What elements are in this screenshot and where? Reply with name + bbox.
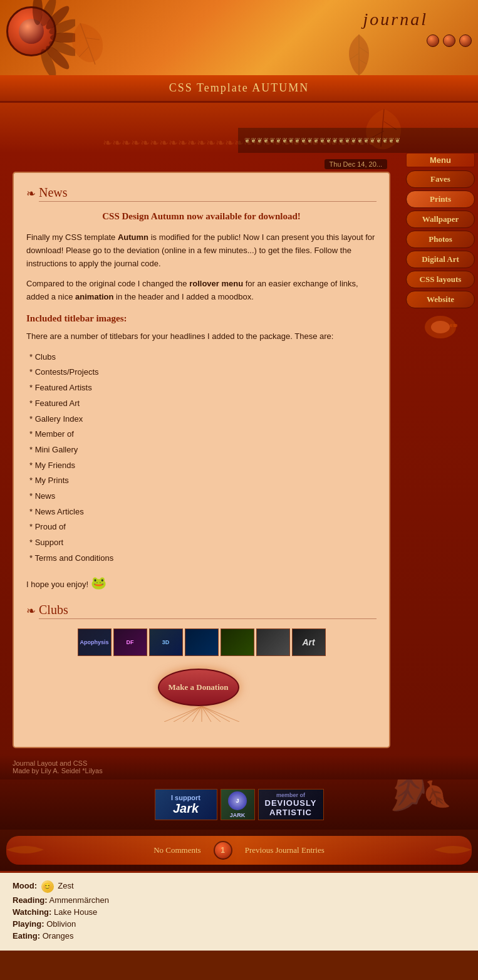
header-dot-1 bbox=[427, 34, 439, 47]
news-body-2-bold2: animation bbox=[75, 292, 113, 301]
badge-da-content: member of DEVIOUSLY ARTISTIC bbox=[265, 792, 317, 817]
list-item: * Mini Gallery bbox=[29, 442, 377, 458]
list-item: * Support bbox=[29, 535, 377, 551]
reading-label: Reading: bbox=[13, 895, 48, 905]
news-headline: CSS Design Autumn now available for down… bbox=[26, 211, 377, 222]
clubs-ornament: ❧ bbox=[26, 604, 36, 618]
navigation: Menu Faves Prints Wallpaper Photos Digit… bbox=[406, 153, 475, 345]
list-item: * Contests/Projects bbox=[29, 365, 377, 380]
mood-icon: 😊 bbox=[41, 880, 54, 893]
news-body-1-text: Finally my CSS template bbox=[26, 232, 118, 242]
header-dots bbox=[427, 34, 472, 47]
news-ornament: ❧ bbox=[26, 187, 36, 201]
footer-badges: 🍂 I support Jark J JARK member of DEVIOU… bbox=[0, 779, 478, 830]
nav-decoration bbox=[406, 311, 475, 345]
donate-area: Make a Donation bbox=[26, 669, 377, 722]
header-dot-3 bbox=[459, 34, 472, 47]
news-body-1: Finally my CSS template Autumn is modifi… bbox=[26, 231, 377, 270]
club-item-3[interactable]: 3D bbox=[149, 628, 183, 656]
svg-line-24 bbox=[174, 706, 202, 722]
eating-value-text: Oranges bbox=[43, 931, 74, 941]
list-item: * News bbox=[29, 489, 377, 504]
moodbox: Mood: 😊 Zest Reading: Ammenmärchen Watch… bbox=[0, 871, 478, 951]
list-item: * Member of bbox=[29, 427, 377, 442]
clubs-title-text: Clubs bbox=[39, 603, 377, 619]
news-body-2-end: in the header and I added a moodbox. bbox=[113, 292, 253, 301]
enjoy-text: I hope you enjoy! bbox=[26, 580, 88, 589]
badge-jark[interactable]: I support Jark bbox=[155, 789, 217, 820]
titlebar-list: * Clubs* Contests/Projects* Featured Art… bbox=[29, 350, 377, 566]
bottom-nav-center[interactable]: 1 bbox=[214, 841, 232, 860]
club-item-6[interactable] bbox=[256, 628, 290, 656]
news-title-text: News bbox=[39, 185, 377, 202]
club-item-7[interactable]: Art bbox=[292, 628, 326, 656]
frog-emoji: 🐸 bbox=[91, 576, 107, 590]
list-item: * News Articles bbox=[29, 504, 377, 520]
date-bar: Thu Dec 14, 20... bbox=[13, 159, 387, 169]
club-item-5[interactable] bbox=[221, 628, 254, 656]
nav-btn-website[interactable]: Website bbox=[406, 291, 475, 308]
nav-btn-faves[interactable]: Faves bbox=[406, 170, 475, 188]
header-dot-2 bbox=[443, 34, 455, 47]
donate-button[interactable]: Make a Donation bbox=[158, 669, 246, 722]
playing-value: Oblivion bbox=[46, 919, 76, 929]
club-label-7: Art bbox=[302, 637, 314, 647]
bottom-nav-right[interactable]: Previous Journal Entries bbox=[232, 845, 337, 855]
list-item: * Proud of bbox=[29, 519, 377, 535]
eating-label: Eating: bbox=[13, 931, 40, 941]
titlebar-section: Included titlebar images: There are a nu… bbox=[26, 313, 377, 566]
nav-btn-css-layouts[interactable]: CSS layouts bbox=[406, 271, 475, 288]
nav-btn-photos[interactable]: Photos bbox=[406, 231, 475, 248]
nav-btn-prints[interactable]: Prints bbox=[406, 190, 475, 208]
header: journal bbox=[0, 0, 478, 75]
footer-credit: Journal Layout and CSS Made by Lily A. S… bbox=[0, 754, 478, 779]
list-item: * Gallery Index bbox=[29, 412, 377, 427]
ornament-bar: ❦❦❦❦❦❦❦❦❦❦❦❦❦❦❦❦❦❦❦❦❦❦❦❦❦ bbox=[238, 128, 478, 153]
menu-label: Menu bbox=[406, 153, 475, 167]
news-body-2-start: Compared to the original code I changed … bbox=[26, 279, 189, 288]
playing-label: Playing: bbox=[13, 919, 44, 929]
svg-point-20 bbox=[431, 321, 450, 333]
clubs-grid: Apophysis DF 3D Art bbox=[26, 628, 377, 656]
news-body-2: Compared to the original code I changed … bbox=[26, 278, 377, 304]
main-wrapper: Thu Dec 14, 20... Menu Faves Prints Wall… bbox=[0, 153, 478, 754]
club-item-2[interactable]: DF bbox=[113, 628, 147, 656]
bottom-nav-left-wing bbox=[6, 836, 81, 863]
badge-jark-content: I support Jark bbox=[171, 794, 200, 816]
mood-item-watching: Watching: Lake House bbox=[13, 907, 465, 917]
watching-value-text: Lake House bbox=[54, 907, 97, 917]
badge-da[interactable]: member of DEVIOUSLY ARTISTIC bbox=[258, 789, 324, 820]
badges-row: I support Jark J JARK member of DEVIOUSL… bbox=[9, 789, 469, 820]
donate-label: Make a Donation bbox=[168, 682, 228, 692]
deco-band: ❦❦❦❦❦❦❦❦❦❦❦❦❦❦❦❦❦❦❦❦❦❦❦❦❦ bbox=[0, 103, 478, 153]
badge-jark-logo-content: J JARK bbox=[228, 791, 247, 818]
nav-btn-digital-art[interactable]: Digital Art bbox=[406, 251, 475, 268]
news-section-title: ❧ News bbox=[26, 185, 377, 202]
list-item: * Clubs bbox=[29, 350, 377, 365]
club-item-1[interactable]: Apophysis bbox=[78, 628, 112, 656]
club-item-4[interactable] bbox=[185, 628, 219, 656]
svg-line-29 bbox=[202, 706, 221, 722]
mood-value: Zest bbox=[58, 882, 73, 891]
list-item: * Featured Artists bbox=[29, 380, 377, 396]
nav-btn-wallpaper[interactable]: Wallpaper bbox=[406, 211, 475, 228]
news-body-1-bold: Autumn bbox=[118, 232, 148, 242]
list-item: * My Prints bbox=[29, 473, 377, 489]
donate-rays bbox=[158, 706, 246, 722]
club-label-1: Apophysis bbox=[80, 639, 108, 645]
enjoy-line: I hope you enjoy! 🐸 bbox=[26, 575, 377, 590]
svg-line-25 bbox=[183, 706, 202, 722]
bottom-nav-right-wing bbox=[397, 836, 472, 863]
bottom-nav-left[interactable]: No Comments bbox=[141, 845, 213, 855]
sub-header: CSS Template AUTUMN bbox=[0, 75, 478, 103]
badge-jark-logo[interactable]: J JARK bbox=[221, 789, 255, 820]
clubs-section-title: ❧ Clubs bbox=[26, 603, 377, 619]
news-body-2-bold1: rollover menu bbox=[189, 279, 243, 288]
mood-item-reading: Reading: Ammenmärchen bbox=[13, 895, 465, 905]
list-item: * Terms and Conditions bbox=[29, 551, 377, 566]
reading-value-text: Ammenmärchen bbox=[49, 895, 109, 905]
titlebar-heading: Included titlebar images: bbox=[26, 313, 377, 324]
clubs-section: ❧ Clubs Apophysis DF 3D Art bbox=[26, 603, 377, 656]
watching-value: Lake House bbox=[54, 907, 97, 917]
mood-item-mood: Mood: 😊 Zest bbox=[13, 880, 465, 893]
